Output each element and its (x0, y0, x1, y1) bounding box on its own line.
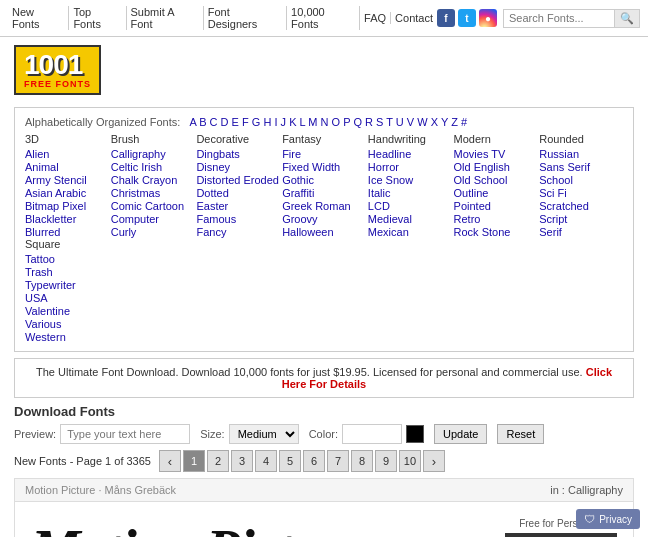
cat-item-6-0[interactable]: Russian (539, 148, 623, 160)
cat-item-5-1[interactable]: Old English (454, 161, 538, 173)
nav-top-fonts[interactable]: Top Fonts (69, 6, 126, 30)
alpha-J[interactable]: J (281, 116, 287, 128)
cat-item-7-1[interactable]: Trash (25, 266, 109, 278)
page-4-button[interactable]: 4 (255, 450, 277, 472)
cat-item-6-4[interactable]: Scratched (539, 200, 623, 212)
cat-item-1-2[interactable]: Chalk Crayon (111, 174, 195, 186)
color-input[interactable]: #000000 (342, 424, 402, 444)
cat-item-3-4[interactable]: Greek Roman (282, 200, 366, 212)
next-page-button[interactable]: › (423, 450, 445, 472)
instagram-icon[interactable]: ● (479, 9, 497, 27)
cat-item-1-0[interactable]: Calligraphy (111, 148, 195, 160)
cat-item-0-1[interactable]: Animal (25, 161, 109, 173)
cat-item-7-5[interactable]: Various (25, 318, 109, 330)
search-button[interactable]: 🔍 (614, 10, 639, 27)
alpha-Y[interactable]: Y (441, 116, 448, 128)
alpha-P[interactable]: P (343, 116, 350, 128)
alpha-S[interactable]: S (376, 116, 383, 128)
nav-submit-font[interactable]: Submit A Font (127, 6, 204, 30)
alpha-D[interactable]: D (221, 116, 229, 128)
page-5-button[interactable]: 5 (279, 450, 301, 472)
cat-item-6-5[interactable]: Script (539, 213, 623, 225)
cat-item-5-5[interactable]: Retro (454, 213, 538, 225)
cat-item-5-4[interactable]: Pointed (454, 200, 538, 212)
alpha-G[interactable]: G (252, 116, 261, 128)
alpha-V[interactable]: V (407, 116, 414, 128)
cat-item-2-5[interactable]: Famous (196, 213, 280, 225)
alpha-H[interactable]: H (263, 116, 271, 128)
cat-item-3-2[interactable]: Gothic (282, 174, 366, 186)
cat-item-5-2[interactable]: Old School (454, 174, 538, 186)
cat-item-6-2[interactable]: School (539, 174, 623, 186)
cat-item-7-6[interactable]: Western (25, 331, 109, 343)
cat-item-2-6[interactable]: Fancy (196, 226, 280, 238)
alpha-Q[interactable]: Q (353, 116, 362, 128)
alpha-K[interactable]: K (289, 116, 296, 128)
color-swatch[interactable] (406, 425, 424, 443)
cat-item-0-2[interactable]: Army Stencil (25, 174, 109, 186)
cat-item-5-0[interactable]: Movies TV (454, 148, 538, 160)
cat-item-3-3[interactable]: Graffiti (282, 187, 366, 199)
cat-item-3-0[interactable]: Fire (282, 148, 366, 160)
page-8-button[interactable]: 8 (351, 450, 373, 472)
alpha-E[interactable]: E (232, 116, 239, 128)
twitter-icon[interactable]: t (458, 9, 476, 27)
alpha-R[interactable]: R (365, 116, 373, 128)
cat-item-4-1[interactable]: Horror (368, 161, 452, 173)
cat-item-4-2[interactable]: Ice Snow (368, 174, 452, 186)
cat-item-6-1[interactable]: Sans Serif (539, 161, 623, 173)
cat-item-6-6[interactable]: Serif (539, 226, 623, 238)
alpha-T[interactable]: T (386, 116, 393, 128)
cat-item-2-1[interactable]: Disney (196, 161, 280, 173)
cat-item-4-6[interactable]: Mexican (368, 226, 452, 238)
preview-input[interactable] (60, 424, 190, 444)
cat-item-7-0[interactable]: Tattoo (25, 253, 109, 265)
cat-item-0-5[interactable]: Blackletter (25, 213, 109, 225)
page-3-button[interactable]: 3 (231, 450, 253, 472)
alpha-C[interactable]: C (210, 116, 218, 128)
download-button-1[interactable]: DOWNLOAD (505, 533, 617, 537)
facebook-icon[interactable]: f (437, 9, 455, 27)
logo-box[interactable]: 1001 FREE FONTS (14, 45, 101, 95)
cat-item-1-1[interactable]: Celtic Irish (111, 161, 195, 173)
cat-item-2-4[interactable]: Easter (196, 200, 280, 212)
page-7-button[interactable]: 7 (327, 450, 349, 472)
cat-item-7-4[interactable]: Valentine (25, 305, 109, 317)
cat-item-5-6[interactable]: Rock Stone (454, 226, 538, 238)
page-1-button[interactable]: 1 (183, 450, 205, 472)
cat-item-5-3[interactable]: Outline (454, 187, 538, 199)
cat-item-4-5[interactable]: Medieval (368, 213, 452, 225)
nav-font-designers[interactable]: Font Designers (204, 6, 287, 30)
nav-new-fonts[interactable]: New Fonts (8, 6, 69, 30)
alpha-U[interactable]: U (396, 116, 404, 128)
alpha-X[interactable]: X (431, 116, 438, 128)
cat-item-7-3[interactable]: USA (25, 292, 109, 304)
page-9-button[interactable]: 9 (375, 450, 397, 472)
cat-item-0-4[interactable]: Bitmap Pixel (25, 200, 109, 212)
cat-item-7-2[interactable]: Typewriter (25, 279, 109, 291)
alpha-Z[interactable]: Z (451, 116, 458, 128)
alpha-O[interactable]: O (332, 116, 341, 128)
cat-item-0-0[interactable]: Alien (25, 148, 109, 160)
cat-item-1-3[interactable]: Christmas (111, 187, 195, 199)
alpha-M[interactable]: M (308, 116, 317, 128)
cat-item-3-1[interactable]: Fixed Width (282, 161, 366, 173)
cat-item-4-3[interactable]: Italic (368, 187, 452, 199)
cat-item-1-5[interactable]: Computer (111, 213, 195, 225)
cat-item-4-0[interactable]: Headline (368, 148, 452, 160)
cat-item-1-6[interactable]: Curly (111, 226, 195, 238)
cat-item-4-4[interactable]: LCD (368, 200, 452, 212)
cat-item-3-6[interactable]: Halloween (282, 226, 366, 238)
alpha-hash[interactable]: # (461, 116, 467, 128)
alpha-I[interactable]: I (274, 116, 277, 128)
alpha-W[interactable]: W (417, 116, 427, 128)
cat-item-0-3[interactable]: Asian Arabic (25, 187, 109, 199)
cat-item-2-2[interactable]: Distorted Eroded (196, 174, 280, 186)
reset-button[interactable]: Reset (497, 424, 544, 444)
privacy-button[interactable]: 🛡 Privacy (576, 509, 640, 529)
alpha-A[interactable]: A (189, 116, 196, 128)
page-10-button[interactable]: 10 (399, 450, 421, 472)
page-6-button[interactable]: 6 (303, 450, 325, 472)
alpha-L[interactable]: L (300, 116, 306, 128)
page-2-button[interactable]: 2 (207, 450, 229, 472)
